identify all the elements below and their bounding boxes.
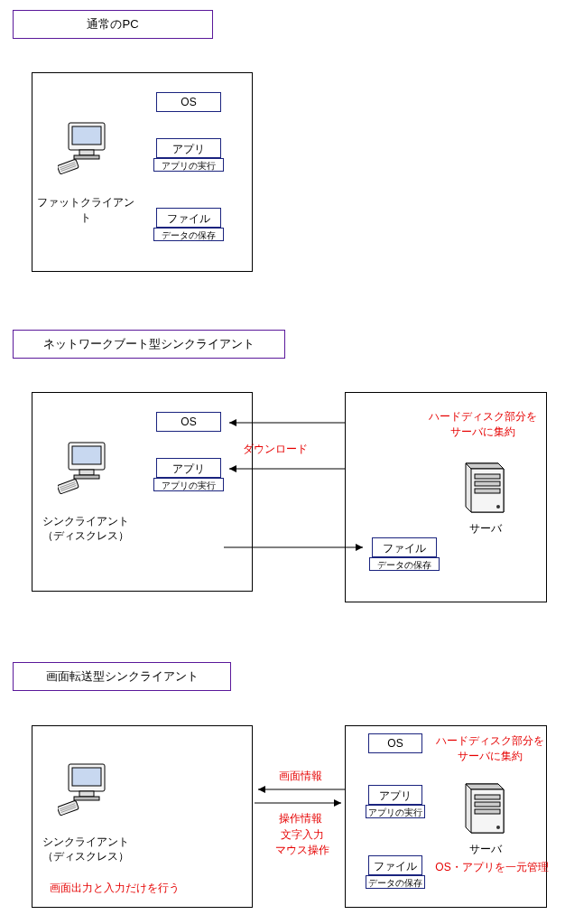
op-sub-s3: 文字入力 マウス操作 [267, 827, 338, 858]
arrow-os-s2 [222, 416, 348, 429]
svg-rect-18 [475, 489, 500, 493]
screen-info-s3: 画面情報 [269, 769, 332, 784]
svg-point-37 [496, 826, 500, 829]
arrow-screen-s3 [251, 783, 348, 796]
svg-rect-10 [79, 470, 94, 475]
box-app-s2: アプリ [156, 458, 221, 478]
box-file-caption-s3: データの保存 [366, 875, 425, 889]
svg-marker-39 [258, 786, 265, 793]
box-os-s3: OS [368, 733, 422, 753]
box-file-caption-s1: データの保存 [153, 228, 224, 241]
svg-rect-35 [475, 802, 500, 807]
svg-rect-9 [72, 446, 101, 464]
svg-marker-21 [229, 419, 236, 426]
box-app-s3: アプリ [368, 785, 422, 805]
server-note-s2: ハードディスク部分を サーバに集約 [424, 409, 542, 440]
server-note2-s3: OS・アプリを一元管理 [433, 860, 551, 875]
svg-rect-17 [475, 481, 500, 486]
download-label-s2: ダウンロード [239, 442, 311, 457]
svg-rect-28 [79, 791, 94, 797]
server-note1-s3: ハードディスク部分を サーバに集約 [431, 733, 549, 764]
server-label-s3: サーバ [460, 842, 510, 857]
client-sub-s2: （ディスクレス） [36, 528, 135, 544]
svg-rect-34 [475, 795, 500, 799]
section-title-3: 画面転送型シンクライアント [13, 662, 231, 691]
svg-point-19 [496, 505, 500, 509]
svg-rect-29 [74, 797, 99, 800]
box-app-caption-s3: アプリの実行 [366, 805, 425, 818]
section-title-1: 通常のPC [13, 10, 213, 39]
arrow-app-s2 [222, 462, 348, 475]
svg-marker-23 [229, 465, 236, 472]
client-sub-s3: （ディスクレス） [36, 849, 135, 864]
client-label-s1: ファットクライアント [36, 195, 135, 226]
svg-marker-25 [356, 544, 363, 551]
svg-rect-16 [475, 474, 500, 479]
box-os-s1: OS [156, 92, 221, 112]
svg-rect-36 [475, 809, 500, 814]
section-title-2: ネットワークブート型シンクライアント [13, 330, 285, 359]
box-os-s2: OS [156, 412, 221, 432]
box-app-s1: アプリ [156, 138, 221, 158]
arrow-op-s3 [251, 797, 348, 809]
desktop-icon [58, 759, 116, 817]
svg-rect-2 [79, 150, 94, 155]
box-app-caption-s1: アプリの実行 [153, 158, 224, 172]
server-icon [460, 779, 507, 838]
svg-rect-11 [74, 475, 99, 479]
svg-rect-27 [72, 768, 101, 786]
svg-rect-1 [72, 126, 101, 145]
client-note-s3: 画面出力と入力だけを行う [50, 881, 230, 896]
desktop-icon [58, 437, 116, 495]
server-label-s2: サーバ [460, 521, 510, 537]
box-file-s1: ファイル [156, 208, 221, 228]
box-file-s2: ファイル [372, 537, 437, 557]
box-app-caption-s2: アプリの実行 [153, 478, 224, 491]
desktop-icon [58, 117, 116, 175]
arrow-file-s2 [222, 541, 374, 554]
op-info-s3: 操作情報 [269, 811, 332, 826]
box-file-s3: ファイル [368, 855, 422, 875]
client-label-s3: シンクライアント [36, 835, 135, 850]
svg-marker-41 [334, 799, 341, 807]
server-icon [460, 458, 507, 518]
box-file-caption-s2: データの保存 [369, 557, 440, 571]
client-label-s2: シンクライアント [36, 514, 135, 529]
svg-rect-3 [74, 155, 99, 159]
